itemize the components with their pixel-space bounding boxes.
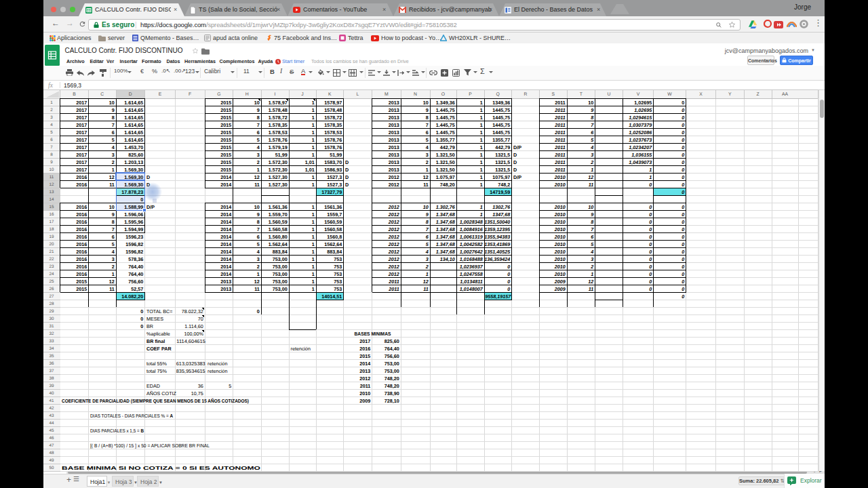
svg-text:2016: 2016 bbox=[76, 256, 87, 262]
svg-text:1527,3: 1527,3 bbox=[327, 174, 342, 180]
svg-text:2011: 2011 bbox=[554, 167, 565, 173]
svg-text:11: 11 bbox=[109, 286, 115, 292]
svg-text:T: T bbox=[580, 92, 583, 97]
svg-text:34: 34 bbox=[49, 346, 54, 351]
svg-text:12: 12 bbox=[49, 182, 54, 187]
svg-text:1.203,13: 1.203,13 bbox=[124, 159, 143, 165]
svg-text:1: 1 bbox=[649, 174, 652, 180]
svg-text:23: 23 bbox=[49, 264, 54, 269]
svg-text:2016: 2016 bbox=[76, 219, 87, 225]
svg-text:2010: 2010 bbox=[554, 256, 566, 262]
svg-text:9558,19157: 9558,19157 bbox=[485, 293, 511, 300]
svg-text:TOTAL BC=: TOTAL BC= bbox=[146, 308, 172, 314]
svg-text:12: 12 bbox=[109, 174, 115, 180]
svg-text:2: 2 bbox=[590, 264, 593, 270]
svg-text:100,00%: 100,00% bbox=[184, 331, 203, 337]
svg-text:1: 1 bbox=[480, 167, 483, 173]
svg-text:1321,5: 1321,5 bbox=[495, 167, 510, 173]
svg-text:11: 11 bbox=[423, 182, 429, 188]
svg-text:1596,23: 1596,23 bbox=[125, 234, 143, 240]
svg-text:G: G bbox=[217, 92, 220, 97]
svg-text:1578,35: 1578,35 bbox=[324, 122, 342, 128]
svg-text:9: 9 bbox=[591, 107, 593, 113]
svg-text:43: 43 bbox=[49, 413, 54, 418]
svg-text:1.572,30: 1.572,30 bbox=[269, 167, 288, 173]
svg-text:0: 0 bbox=[140, 323, 143, 329]
svg-text:1.075,97: 1.075,97 bbox=[436, 174, 455, 180]
svg-text:2015: 2015 bbox=[220, 137, 231, 143]
svg-text:51,99: 51,99 bbox=[330, 152, 342, 158]
svg-text:4: 4 bbox=[50, 123, 53, 127]
svg-text:2013: 2013 bbox=[220, 279, 231, 285]
svg-text:753: 753 bbox=[334, 271, 342, 277]
svg-text:753,00: 753,00 bbox=[273, 271, 288, 277]
svg-text:2014: 2014 bbox=[220, 249, 231, 255]
svg-text:2017: 2017 bbox=[76, 122, 87, 128]
svg-text:1,01: 1,01 bbox=[305, 159, 315, 165]
svg-text:J: J bbox=[301, 92, 303, 97]
svg-text:1445,75: 1445,75 bbox=[492, 115, 510, 121]
svg-text:1: 1 bbox=[312, 115, 315, 121]
svg-text:30: 30 bbox=[49, 317, 54, 321]
svg-text:1.588,99: 1.588,99 bbox=[124, 204, 143, 210]
svg-text:1: 1 bbox=[312, 264, 315, 270]
svg-text:2016: 2016 bbox=[76, 264, 87, 270]
svg-text:11: 11 bbox=[254, 182, 260, 188]
svg-text:0: 0 bbox=[682, 279, 684, 285]
svg-text:1,0027642: 1,0027642 bbox=[460, 249, 483, 255]
svg-text:2011: 2011 bbox=[554, 115, 565, 121]
svg-text:2013: 2013 bbox=[359, 368, 370, 374]
svg-text:1560,8: 1560,8 bbox=[327, 234, 342, 240]
svg-text:1: 1 bbox=[480, 211, 483, 218]
svg-text:35: 35 bbox=[49, 354, 54, 359]
svg-text:5: 5 bbox=[112, 241, 115, 247]
svg-text:4: 4 bbox=[425, 249, 429, 255]
svg-text:753,00: 753,00 bbox=[273, 286, 288, 292]
svg-text:2012: 2012 bbox=[388, 249, 399, 255]
svg-text:14719,59: 14719,59 bbox=[490, 189, 510, 195]
svg-text:1: 1 bbox=[312, 249, 315, 255]
svg-text:1: 1 bbox=[312, 256, 315, 262]
svg-text:1.302,76: 1.302,76 bbox=[436, 204, 456, 210]
svg-text:2015: 2015 bbox=[220, 129, 231, 136]
svg-text:2017: 2017 bbox=[76, 100, 87, 106]
svg-text:2016: 2016 bbox=[76, 211, 87, 218]
svg-text:1: 1 bbox=[312, 271, 315, 277]
svg-text:1.614,65: 1.614,65 bbox=[124, 137, 143, 143]
svg-text:4: 4 bbox=[590, 144, 593, 150]
svg-text:11: 11 bbox=[109, 182, 115, 188]
svg-text:F: F bbox=[189, 92, 191, 97]
svg-text:5: 5 bbox=[50, 130, 53, 135]
svg-text:2015: 2015 bbox=[220, 122, 231, 128]
svg-text:2016: 2016 bbox=[76, 226, 87, 232]
svg-text:3: 3 bbox=[257, 256, 260, 262]
svg-text:0: 0 bbox=[682, 115, 684, 121]
svg-text:2010: 2010 bbox=[554, 204, 566, 210]
svg-text:1445,75: 1445,75 bbox=[492, 107, 510, 113]
svg-text:8: 8 bbox=[257, 115, 260, 121]
svg-text:1,0028348: 1,0028348 bbox=[460, 219, 483, 225]
svg-text:COEFICIENTE DE PARCIALIDAD (SI: COEFICIENTE DE PARCIALIDAD (SIEMPRE QUE … bbox=[62, 398, 250, 404]
svg-text:total 55%: total 55% bbox=[146, 361, 167, 367]
svg-text:1: 1 bbox=[312, 129, 315, 136]
svg-text:36: 36 bbox=[198, 383, 203, 389]
svg-text:2013: 2013 bbox=[389, 144, 399, 150]
svg-text:32: 32 bbox=[49, 331, 54, 336]
svg-text:1578,48: 1578,48 bbox=[324, 107, 342, 113]
svg-text:1.347,68: 1.347,68 bbox=[436, 249, 455, 255]
svg-text:1,02695: 1,02695 bbox=[634, 100, 652, 106]
svg-text:2009: 2009 bbox=[554, 286, 566, 292]
svg-text:1: 1 bbox=[480, 115, 483, 121]
svg-text:1561,36: 1561,36 bbox=[324, 204, 342, 210]
svg-text:0: 0 bbox=[682, 286, 684, 292]
svg-text:4: 4 bbox=[257, 144, 260, 150]
svg-text:1.579,19: 1.579,19 bbox=[269, 144, 288, 150]
svg-text:1.578,76: 1.578,76 bbox=[269, 137, 288, 143]
svg-text:1: 1 bbox=[312, 219, 315, 225]
svg-text:DIAS PARCIALES x 1,5 = B: DIAS PARCIALES x 1,5 = B bbox=[90, 428, 144, 434]
svg-text:764,40: 764,40 bbox=[128, 264, 143, 270]
svg-text:0: 0 bbox=[507, 264, 510, 270]
svg-text:0: 0 bbox=[140, 316, 143, 322]
svg-text:1: 1 bbox=[312, 234, 315, 240]
svg-text:0: 0 bbox=[649, 211, 652, 218]
